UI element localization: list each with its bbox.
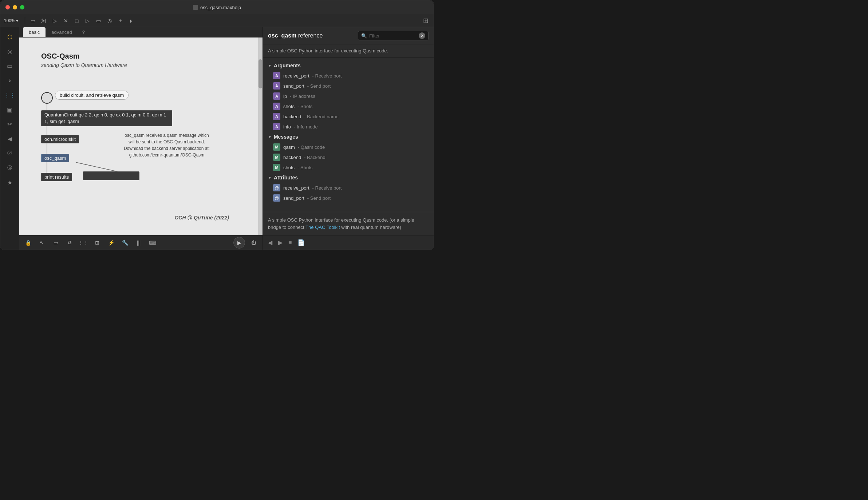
- toolbar-btn-10[interactable]: ⏵: [127, 16, 136, 25]
- patch-canvas: build circuit, and retrieve qasm Quantum…: [19, 37, 258, 235]
- ref-description: A simple OSC Python interface for execut…: [263, 44, 434, 57]
- patch-subtitle: sending Qasm to Quamtum Hardware: [41, 62, 127, 68]
- grid-button[interactable]: ⋮⋮: [78, 238, 88, 248]
- comment-button[interactable]: ▭: [51, 238, 61, 248]
- obj-print-results[interactable]: print results: [41, 173, 72, 181]
- ref-section-arguments[interactable]: ▼ Arguments: [263, 60, 434, 71]
- sidebar-icon-image[interactable]: ▣: [3, 103, 16, 116]
- toolbar-btn-1[interactable]: ▭: [29, 16, 38, 25]
- toolbar-btn-4[interactable]: ✕: [62, 16, 70, 25]
- sidebar-icon-clip[interactable]: ✂: [3, 118, 16, 131]
- titlebar: osc_qasm.maxhelp: [0, 0, 434, 14]
- toolbar-separator: [25, 17, 25, 24]
- obj-osc-qasm[interactable]: osc_qasm: [41, 154, 69, 162]
- copy-button[interactable]: ⧉: [64, 238, 75, 248]
- ref-footer-link[interactable]: The QAC Toolkit: [305, 225, 340, 230]
- ref-title-suffix-text: reference: [298, 32, 323, 39]
- badge-a-icon: A: [273, 103, 280, 110]
- ref-attr-send-port[interactable]: @ send_port - Send port: [263, 193, 434, 203]
- ref-arg-info[interactable]: A info - Info mode: [263, 122, 434, 132]
- badge-a-icon: A: [273, 92, 280, 100]
- tab-question[interactable]: ?: [78, 27, 89, 37]
- ref-msg-shots[interactable]: M shots - Shots: [263, 162, 434, 172]
- ref-panel-title: osc_qasm reference: [268, 32, 323, 39]
- connect-button[interactable]: ⚡: [106, 238, 116, 248]
- toolbar-btn-3[interactable]: ▷: [51, 16, 59, 25]
- table-button[interactable]: ⊞: [92, 238, 102, 248]
- ref-header: osc_qasm reference 🔍 ✕: [263, 27, 434, 44]
- toolbar-btn-9[interactable]: ＋: [116, 16, 125, 25]
- message-build-circuit-text: build circuit, and retrieve qasm: [60, 92, 124, 98]
- ref-arg-send-port[interactable]: A send_port - Send port: [263, 81, 434, 91]
- ref-search-clear-button[interactable]: ✕: [419, 32, 425, 39]
- tab-basic[interactable]: basic: [23, 27, 46, 37]
- window-icon: [193, 5, 198, 10]
- sidebar-icon-target[interactable]: ◎: [3, 45, 16, 58]
- select-button[interactable]: ↖: [37, 238, 47, 248]
- lock-button[interactable]: 🔒: [23, 238, 33, 248]
- ref-search-input[interactable]: [369, 33, 417, 39]
- toolbar-btn-8[interactable]: ◎: [105, 16, 114, 25]
- window-controls[interactable]: [5, 5, 24, 9]
- window-title-text: osc_qasm.maxhelp: [200, 5, 241, 10]
- patch-area: basic advanced ?: [19, 27, 263, 250]
- ref-section-attributes[interactable]: ▼ Attributes: [263, 172, 434, 183]
- ref-section-messages[interactable]: ▼ Messages: [263, 132, 434, 142]
- wrench-button[interactable]: 🔧: [120, 238, 130, 248]
- toolbar-btn-2[interactable]: ℳ: [40, 16, 48, 25]
- ref-forward-button[interactable]: ▶: [278, 239, 283, 246]
- bars-button[interactable]: |||: [134, 238, 144, 248]
- tab-advanced[interactable]: advanced: [46, 27, 78, 37]
- sidebar-icon-vimeo[interactable]: Ⓥ: [3, 147, 16, 160]
- patch-scrollbar[interactable]: [258, 37, 263, 235]
- ref-menu-button[interactable]: ≡: [288, 239, 292, 246]
- scrollbar-thumb[interactable]: [259, 59, 262, 88]
- ref-msg-qasm[interactable]: M qasm - Qasm code: [263, 142, 434, 152]
- keyboard-button[interactable]: ⌨: [147, 238, 158, 248]
- tab-bar: basic advanced ?: [19, 27, 263, 37]
- sidebar-icon-b[interactable]: ⓑ: [3, 161, 16, 174]
- power-button[interactable]: ⏻: [249, 238, 259, 248]
- badge-m-icon: M: [273, 154, 280, 161]
- minimize-button[interactable]: [13, 5, 17, 9]
- grid-view-button[interactable]: ⊞: [421, 16, 430, 25]
- sidebar-icon-dots[interactable]: ⋮⋮: [3, 88, 16, 102]
- sidebar-icon-monitor[interactable]: ▭: [3, 59, 16, 72]
- patch-title: OSC-Qasm: [41, 52, 80, 60]
- badge-a-icon: A: [273, 72, 280, 79]
- sidebar-icon-note[interactable]: ♪: [3, 74, 16, 87]
- ref-arguments-label: Arguments: [274, 63, 301, 68]
- toolbar-btn-6[interactable]: ▷: [83, 16, 92, 25]
- ref-footer-end: with real quantum hardware): [340, 225, 401, 230]
- toggle-object[interactable]: [41, 92, 53, 104]
- sidebar-icon-star[interactable]: ★: [3, 176, 16, 189]
- toolbar-btn-7[interactable]: ▭: [94, 16, 103, 25]
- ref-search-box[interactable]: 🔍 ✕: [358, 31, 429, 40]
- obj-microqiskit-text: och.microqiskit: [44, 136, 76, 142]
- ref-msg-backend[interactable]: M backend - Backend: [263, 152, 434, 162]
- ref-arg-backend[interactable]: A backend - Backend name: [263, 111, 434, 122]
- sidebar-icon-arrow[interactable]: ◀: [3, 132, 16, 145]
- obj-microqiskit[interactable]: och.microqiskit: [41, 135, 79, 143]
- main-toolbar: 100% ▾ ▭ ℳ ▷ ✕ ◻ ▷ ▭ ◎ ＋ ⏵ ⊞: [0, 14, 434, 27]
- message-build-circuit[interactable]: build circuit, and retrieve qasm: [55, 91, 129, 100]
- play-button[interactable]: ▶: [233, 237, 245, 249]
- print-results-outlet: [83, 171, 139, 180]
- search-icon: 🔍: [361, 33, 367, 39]
- ref-back-button[interactable]: ◀: [268, 239, 272, 246]
- toolbar-btn-5[interactable]: ◻: [72, 16, 81, 25]
- obj-quantum-circuit[interactable]: QuantumCircuit qc 2 2, qc h 0, qc cx 0 1…: [41, 110, 172, 126]
- badge-at-icon: @: [273, 184, 280, 191]
- badge-a-icon: A: [273, 123, 280, 130]
- close-button[interactable]: [5, 5, 10, 9]
- ref-arg-ip[interactable]: A ip - IP address: [263, 91, 434, 101]
- ref-arg-receive-port[interactable]: A receive_port - Receive port: [263, 71, 434, 81]
- ref-arg-shots[interactable]: A shots - Shots: [263, 101, 434, 111]
- zoom-control[interactable]: 100% ▾: [4, 18, 18, 23]
- bottom-toolbar: 🔒 ↖ ▭ ⧉ ⋮⋮ ⊞ ⚡ 🔧 ||| ⌨ ▶ ⏻: [19, 235, 263, 250]
- badge-at-icon: @: [273, 194, 280, 202]
- sidebar-icon-layers[interactable]: ⬡: [3, 30, 16, 43]
- maximize-button[interactable]: [20, 5, 24, 9]
- ref-doc-button[interactable]: 📄: [297, 239, 305, 246]
- ref-attr-receive-port[interactable]: @ receive_port - Receive port: [263, 183, 434, 193]
